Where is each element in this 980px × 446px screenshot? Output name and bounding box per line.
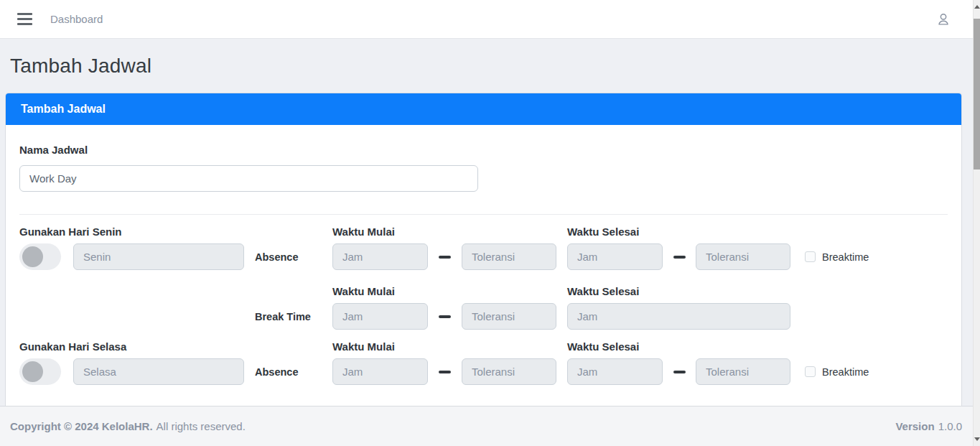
senin-break-mulai-jam-input[interactable] <box>332 303 428 330</box>
footer-version-value: 1.0.0 <box>938 420 962 432</box>
card-header-title: Tambah Jadwal <box>21 103 106 116</box>
hamburger-menu-icon[interactable] <box>9 6 40 32</box>
selasa-absence-selesai-jam-input[interactable] <box>567 358 663 385</box>
breaktime-checkbox-label: Breaktime <box>822 251 869 263</box>
selasa-day-input[interactable] <box>73 358 244 385</box>
dash-separator <box>673 256 686 259</box>
scroll-up-arrow-icon[interactable] <box>974 1 980 12</box>
card-header: Tambah Jadwal <box>6 93 961 125</box>
user-icon <box>935 11 951 27</box>
senin-day-input[interactable] <box>73 243 244 270</box>
senin-break-labels-row: Waktu Mulai Waktu Selesai <box>19 285 948 297</box>
footer: Copyright © 2024 KelolaHR. All rights re… <box>0 406 980 446</box>
nav-dashboard-link[interactable]: Dashboard <box>50 13 103 25</box>
section-divider <box>19 214 948 215</box>
nama-jadwal-input[interactable] <box>19 165 478 192</box>
senin-toggle[interactable] <box>19 243 61 270</box>
dash-separator <box>439 256 451 259</box>
break-time-label: Break Time <box>255 311 332 322</box>
senin-absence-row: Absence Breaktime <box>19 243 948 270</box>
senin-absence-mulai-jam-input[interactable] <box>332 243 428 270</box>
tambah-jadwal-card: Tambah Jadwal Nama Jadwal Gunakan Hari S… <box>5 93 962 446</box>
senin-breaktime-row: Break Time <box>19 303 948 330</box>
senin-absence-selesai-jam-input[interactable] <box>567 243 663 270</box>
selasa-absence-mulai-jam-input[interactable] <box>332 358 428 385</box>
absence-label: Absence <box>255 366 332 378</box>
page-title-bar: Tambah Jadwal <box>0 40 973 93</box>
senin-absence-selesai-toleransi-input[interactable] <box>696 243 790 270</box>
selasa-breaktime-checkbox[interactable] <box>805 366 816 377</box>
nama-jadwal-label: Nama Jadwal <box>19 144 948 156</box>
selasa-labels-row: Gunakan Hari Selasa Waktu Mulai Waktu Se… <box>19 340 948 353</box>
topbar: Dashboard <box>0 0 980 39</box>
dash-separator <box>673 371 686 373</box>
scrollbar-thumb[interactable] <box>974 19 980 169</box>
card-body: Nama Jadwal Gunakan Hari Senin Waktu Mul… <box>6 125 961 385</box>
toggle-knob <box>22 361 43 382</box>
user-account-button[interactable] <box>935 11 951 27</box>
selasa-absence-row: Absence Breaktime <box>19 358 948 385</box>
senin-break-selesai-jam-input[interactable] <box>567 303 790 330</box>
selasa-section-label: Gunakan Hari Selasa <box>19 340 332 353</box>
waktu-mulai-label: Waktu Mulai <box>332 285 567 297</box>
waktu-mulai-label: Waktu Mulai <box>332 226 567 238</box>
selasa-absence-mulai-toleransi-input[interactable] <box>462 358 556 385</box>
waktu-selesai-label: Waktu Selesai <box>567 285 639 297</box>
senin-breaktime-checkbox[interactable] <box>805 251 816 262</box>
waktu-selesai-label: Waktu Selesai <box>567 340 639 353</box>
selasa-toggle[interactable] <box>19 358 61 385</box>
toggle-knob <box>22 246 43 267</box>
senin-labels-row: Gunakan Hari Senin Waktu Mulai Waktu Sel… <box>19 226 948 238</box>
footer-copyright: Copyright © 2024 KelolaHR. <box>10 420 153 432</box>
waktu-selesai-label: Waktu Selesai <box>567 226 639 238</box>
dash-separator <box>439 315 451 318</box>
vertical-scrollbar[interactable] <box>973 0 980 446</box>
scroll-down-arrow-icon[interactable] <box>974 433 980 445</box>
footer-version-label: Version <box>895 420 934 432</box>
selasa-absence-selesai-toleransi-input[interactable] <box>696 358 790 385</box>
senin-absence-mulai-toleransi-input[interactable] <box>462 243 556 270</box>
footer-rights: All rights reserved. <box>157 420 246 432</box>
page-title: Tambah Jadwal <box>10 55 151 78</box>
dash-separator <box>439 371 451 373</box>
senin-break-mulai-toleransi-input[interactable] <box>462 303 556 330</box>
senin-section-label: Gunakan Hari Senin <box>19 226 332 238</box>
breaktime-checkbox-label: Breaktime <box>822 366 869 378</box>
absence-label: Absence <box>255 251 332 263</box>
waktu-mulai-label: Waktu Mulai <box>332 340 567 353</box>
